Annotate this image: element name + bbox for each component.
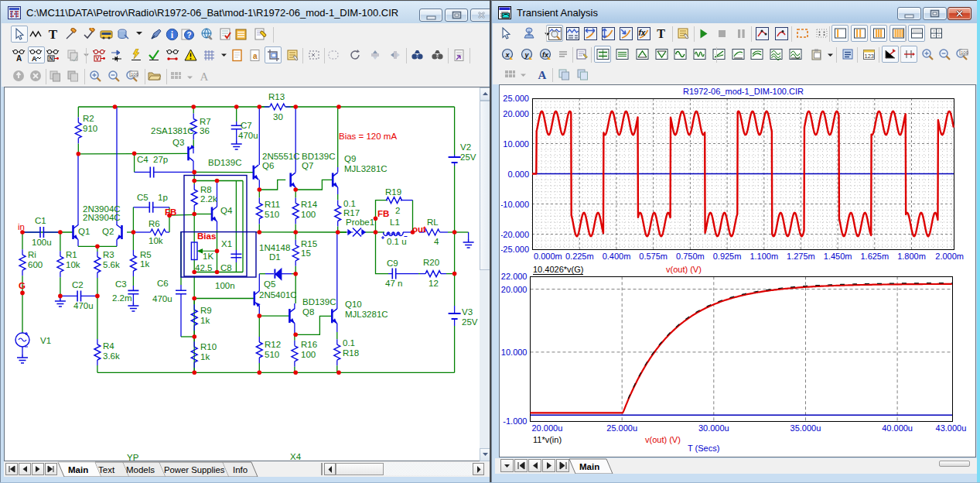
- svg-text:2.2m: 2.2m: [112, 293, 132, 303]
- svg-text:V2: V2: [460, 142, 471, 152]
- svg-text:R7: R7: [200, 117, 211, 126]
- svg-text:Q2: Q2: [102, 227, 114, 236]
- svg-text:2SA1381C: 2SA1381C: [151, 126, 194, 135]
- svg-text:Bias: Bias: [197, 231, 216, 241]
- svg-text:FB: FB: [377, 209, 389, 218]
- svg-text:R14: R14: [301, 200, 318, 209]
- svg-text:5.6k: 5.6k: [103, 260, 120, 269]
- svg-text:R12: R12: [265, 340, 281, 349]
- svg-text:2.000m: 2.000m: [935, 252, 964, 261]
- svg-text:0.400m: 0.400m: [603, 252, 631, 261]
- svg-text:47 n: 47 n: [385, 279, 402, 288]
- svg-text:R10: R10: [200, 342, 217, 351]
- svg-text:N: N: [50, 56, 53, 61]
- svg-text:Q5: Q5: [264, 279, 275, 289]
- svg-text:43.000u: 43.000u: [936, 423, 967, 433]
- svg-text:R19: R19: [385, 187, 401, 197]
- svg-text:10.000: 10.000: [501, 348, 528, 357]
- svg-text:0.1: 0.1: [343, 199, 356, 208]
- svg-text:470u: 470u: [73, 301, 94, 310]
- svg-text:470u: 470u: [238, 131, 258, 140]
- svg-text:YP: YP: [127, 453, 139, 461]
- svg-text:2N3904C: 2N3904C: [83, 213, 121, 222]
- svg-text:Q7: Q7: [302, 161, 313, 170]
- svg-text:-1.000: -1.000: [503, 416, 527, 426]
- svg-text:Power Supplies: Power Supplies: [164, 465, 225, 474]
- svg-text:Q9: Q9: [344, 154, 356, 163]
- svg-text:20.000: 20.000: [503, 109, 529, 118]
- svg-text:1p: 1p: [158, 193, 168, 202]
- svg-text:?: ?: [187, 31, 192, 39]
- svg-text:910: 910: [83, 124, 97, 133]
- svg-text:22.000: 22.000: [501, 272, 528, 281]
- svg-text:C3: C3: [115, 279, 127, 289]
- svg-text:3.6k: 3.6k: [103, 351, 120, 361]
- svg-text:MJL3281C: MJL3281C: [344, 164, 388, 173]
- svg-text:0.000: 0.000: [507, 170, 529, 179]
- svg-text:v(out) (V): v(out) (V): [666, 265, 702, 274]
- svg-text:100: 100: [301, 210, 316, 219]
- svg-text:0.1 u: 0.1 u: [387, 237, 407, 246]
- svg-text:1k: 1k: [200, 316, 210, 325]
- svg-text:R2: R2: [83, 114, 94, 123]
- svg-text:11*v(in): 11*v(in): [533, 435, 562, 444]
- svg-text:100u: 100u: [32, 238, 52, 247]
- svg-text:2N5401C: 2N5401C: [259, 290, 297, 300]
- svg-text:R5: R5: [140, 250, 152, 259]
- svg-text:Models: Models: [126, 465, 155, 474]
- svg-text:FB: FB: [165, 207, 176, 217]
- svg-text:R3: R3: [103, 250, 114, 259]
- svg-text:1.100m: 1.100m: [750, 252, 778, 261]
- svg-text:510: 510: [265, 350, 279, 359]
- svg-text:C9: C9: [387, 259, 398, 268]
- svg-text:0.000m: 0.000m: [534, 252, 562, 261]
- svg-text:20.000u: 20.000u: [532, 423, 563, 433]
- svg-text:27p: 27p: [153, 155, 168, 164]
- svg-text:10k: 10k: [66, 260, 80, 269]
- svg-text:1.275m: 1.275m: [787, 252, 815, 261]
- svg-text:v(out) (V): v(out) (V): [645, 435, 681, 444]
- svg-text:30: 30: [273, 112, 283, 122]
- svg-text:MJL3281C: MJL3281C: [345, 310, 388, 319]
- svg-text:V1: V1: [40, 336, 51, 345]
- svg-text:4: 4: [434, 237, 439, 246]
- svg-text:X1: X1: [221, 239, 232, 248]
- svg-text:25.000u: 25.000u: [606, 423, 637, 433]
- svg-text:100n: 100n: [215, 281, 235, 290]
- svg-text:Q10: Q10: [345, 300, 362, 309]
- svg-text:470u: 470u: [152, 294, 172, 303]
- svg-text:12: 12: [429, 279, 439, 288]
- svg-text:RL: RL: [427, 218, 439, 227]
- svg-text:C2: C2: [72, 280, 84, 289]
- svg-text:Main: Main: [579, 462, 599, 471]
- svg-text:R18: R18: [343, 348, 359, 358]
- svg-text:X4: X4: [290, 452, 302, 461]
- svg-text:C8: C8: [220, 263, 232, 272]
- svg-text:25V: 25V: [462, 317, 478, 327]
- svg-text:C7: C7: [241, 121, 252, 130]
- svg-text:100: 100: [131, 72, 138, 77]
- svg-text:1N4148: 1N4148: [259, 243, 290, 252]
- svg-text:BD139C: BD139C: [208, 158, 241, 167]
- svg-text:R1: R1: [66, 250, 77, 259]
- svg-text:y: y: [524, 50, 529, 58]
- svg-text:R6: R6: [149, 219, 160, 228]
- svg-text:C6: C6: [157, 279, 169, 288]
- svg-text:10.4026*v(G): 10.4026*v(G): [533, 265, 583, 274]
- svg-text:A: A: [200, 70, 209, 83]
- svg-text:C5: C5: [137, 193, 149, 202]
- svg-text:G: G: [19, 281, 26, 290]
- svg-text:Q1: Q1: [78, 227, 90, 236]
- svg-text:-10.000: -10.000: [501, 200, 529, 209]
- svg-text:fx: fx: [638, 29, 645, 37]
- svg-text:BD139C: BD139C: [302, 152, 335, 161]
- svg-text:V3: V3: [462, 307, 473, 317]
- svg-text:R9: R9: [200, 306, 212, 315]
- svg-text:C4: C4: [137, 155, 149, 164]
- svg-text:40.000u: 40.000u: [882, 423, 913, 433]
- svg-text:0.750m: 0.750m: [676, 252, 705, 261]
- svg-text:25V: 25V: [460, 152, 476, 162]
- svg-text:10.000: 10.000: [503, 139, 529, 149]
- svg-text:Q4: Q4: [220, 206, 233, 215]
- svg-text:100: 100: [961, 50, 968, 55]
